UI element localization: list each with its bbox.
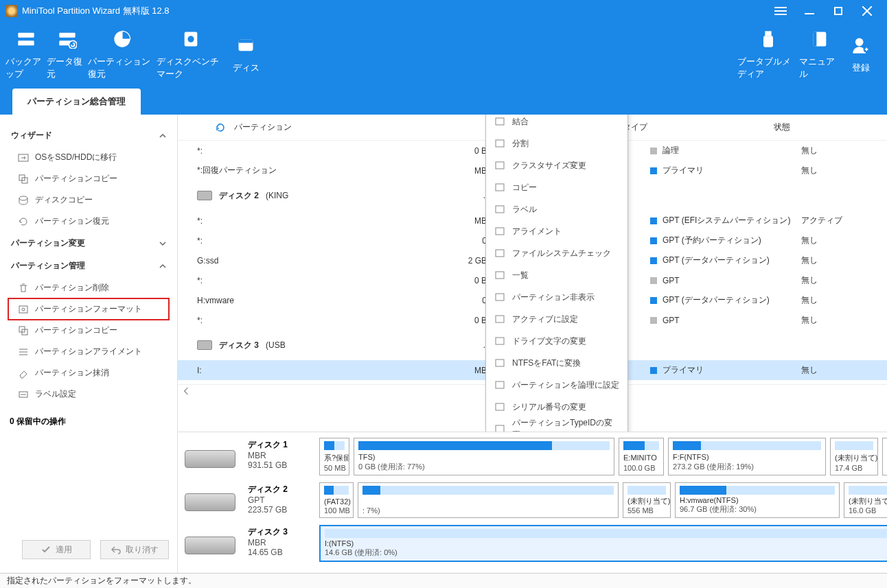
svg-point-14 (187, 36, 194, 42)
svg-rect-40 (496, 206, 504, 213)
ctx-label: シリアル番号の変更 (512, 401, 586, 413)
apply-button[interactable]: 適用 (22, 540, 91, 559)
context-menu: データ復元フォーマット削除移動/サイズ変更結合分割クラスタサイズ変更コピーラベル… (485, 115, 628, 432)
disk-small-icon (197, 191, 212, 200)
disk-map-partition[interactable]: (未割り当て)556 MB (623, 482, 671, 518)
ctx-label: ファイルシステムチェック (512, 248, 611, 259)
group-partition-manage[interactable]: パーティション管理 (8, 255, 169, 277)
manage-delete-partition[interactable]: パーティション削除 (8, 277, 169, 298)
wizard-disk-copy[interactable]: ディスクコピー (8, 189, 169, 211)
close-button[interactable] (853, 0, 882, 22)
ctx-item-9[interactable]: アライメント (486, 220, 627, 242)
pending-operations: 0 保留中の操作 (8, 412, 169, 432)
menu-button[interactable] (766, 0, 795, 22)
book-icon (810, 30, 829, 49)
disk-icon (236, 36, 255, 55)
disk-map-partition[interactable]: TFS)0 GB (使用済: 77%) (354, 438, 614, 475)
disk-icon (185, 493, 235, 511)
ctx-item-6[interactable]: クラスタサイズ変更 (486, 154, 627, 176)
manage-format-partition[interactable]: パーティションフォーマット (8, 298, 169, 320)
col-partition[interactable]: パーティション (178, 121, 446, 133)
manage-wipe-partition[interactable]: パーティション抹消 (8, 362, 169, 384)
svg-rect-41 (496, 228, 504, 235)
status-bar: 指定されたパーティションをフォーマットします。 (0, 573, 887, 588)
wizard-migrate-os[interactable]: OSをSSD/HDDに移行 (8, 147, 169, 168)
main-toolbar: バックアップ データ復元 パーティション復元 ディスクベンチマーク ディス ブー… (0, 22, 887, 87)
svg-rect-9 (59, 32, 75, 37)
disk-map-partition[interactable]: (未割り当て)16.0 GB (844, 482, 887, 518)
recovery-icon (18, 216, 29, 227)
manage-label[interactable]: ラベル設定 (8, 384, 169, 405)
svg-rect-17 (765, 31, 771, 36)
ctx-icon (494, 423, 505, 432)
ctx-item-8[interactable]: ラベル (486, 198, 627, 220)
ctx-item-7[interactable]: コピー (486, 176, 627, 198)
chevron-up-icon (159, 263, 166, 270)
ctx-item-12[interactable]: パーティション非表示 (486, 286, 627, 308)
toolbar-bootable-media[interactable]: ブータブルメディア (737, 22, 799, 87)
disk-map-partition[interactable]: H:vmware(NTFS)96.7 GB (使用済: 30%) (675, 482, 840, 518)
chevron-down-icon (159, 240, 166, 247)
ctx-item-11[interactable]: 一覧 (486, 264, 627, 286)
col-state[interactable]: 状態 (768, 121, 837, 133)
disk-small-icon (197, 340, 212, 350)
manage-copy-partition[interactable]: パーティションコピー (8, 320, 169, 341)
copy-icon (18, 325, 29, 336)
minimize-button[interactable] (795, 0, 824, 22)
ctx-item-10[interactable]: ファイルシステムチェック (486, 242, 627, 264)
ctx-item-16[interactable]: パーティションを論理に設定 (486, 374, 627, 396)
undo-button[interactable]: 取り消す (100, 540, 169, 559)
ctx-item-18[interactable]: パーティションTypeIDの変更 (486, 418, 627, 432)
maximize-button[interactable] (824, 0, 853, 22)
manage-align-partition[interactable]: パーティションアライメント (8, 341, 169, 362)
ctx-icon (494, 204, 505, 215)
svg-point-28 (22, 308, 25, 311)
ctx-icon (494, 116, 505, 127)
titlebar: MiniTool Partition Wizard 無料版 12.8 (0, 0, 887, 22)
ctx-item-17[interactable]: シリアル番号の変更 (486, 396, 627, 418)
disk-map-partition[interactable]: F:F(NTFS)273.2 GB (使用済: 19%) (668, 438, 826, 475)
ctx-item-13[interactable]: アクティブに設定 (486, 308, 627, 330)
toolbar-benchmark[interactable]: ディスクベンチマーク (157, 22, 225, 87)
ctx-item-4[interactable]: 結合 (486, 115, 627, 132)
wizard-partition-recovery[interactable]: パーティション復元 (8, 211, 169, 232)
user-plus-icon (851, 36, 871, 55)
ctx-item-15[interactable]: NTFSをFATに変換 (486, 352, 627, 374)
svg-rect-7 (18, 32, 34, 37)
disk-map-partition[interactable]: (FAT32)100 MB (319, 482, 354, 518)
label-icon (18, 389, 29, 400)
disk-maps: ディスク 1MBR931.51 GB系?保留50 MBTFS)0 GB (使用済… (178, 432, 887, 573)
svg-rect-43 (496, 272, 504, 279)
ctx-icon (494, 357, 505, 368)
group-wizard[interactable]: ウィザード (8, 124, 169, 147)
svg-rect-8 (18, 40, 34, 45)
wizard-partition-copy[interactable]: パーティションコピー (8, 168, 169, 189)
backup-icon (16, 30, 36, 49)
disk-icon (185, 537, 235, 554)
disk-copy-icon (18, 195, 29, 206)
disk-map-partition[interactable]: 回復パーティ560 MB (使 (882, 438, 887, 475)
ctx-label: コピー (512, 182, 537, 193)
toolbar-backup[interactable]: バックアップ (5, 22, 47, 87)
svg-rect-50 (496, 425, 504, 432)
disk-map-partition[interactable]: 系?保留50 MB (319, 438, 349, 475)
disk-map-partition[interactable]: E:MINITO100.0 GB (619, 438, 664, 475)
svg-rect-45 (496, 316, 504, 322)
ctx-label: 分割 (512, 138, 529, 150)
ctx-item-5[interactable]: 分割 (486, 132, 627, 154)
ctx-icon (494, 182, 505, 193)
toolbar-partition-recovery[interactable]: パーティション復元 (88, 22, 157, 87)
tab-partition-management[interactable]: パーティション総合管理 (12, 89, 141, 115)
disk-map-partition[interactable]: I:(NTFS)14.6 GB (使用済: 0%) (319, 525, 887, 562)
group-partition-change[interactable]: パーティション変更 (8, 232, 169, 255)
toolbar-disk-x[interactable]: ディス (225, 22, 266, 87)
disk-map-partition[interactable]: (未割り当て)17.4 GB (830, 438, 878, 475)
col-type[interactable]: タイプ (617, 121, 768, 133)
ctx-label: クラスタサイズ変更 (512, 160, 586, 172)
app-logo-icon (5, 5, 18, 17)
ctx-item-14[interactable]: ドライブ文字の変更 (486, 330, 627, 352)
toolbar-manual[interactable]: マニュアル (799, 22, 840, 87)
disk-map-partition[interactable]: : 7%) (358, 482, 619, 518)
toolbar-data-recovery[interactable]: データ復元 (47, 22, 88, 87)
toolbar-register[interactable]: 登録 (840, 22, 882, 87)
